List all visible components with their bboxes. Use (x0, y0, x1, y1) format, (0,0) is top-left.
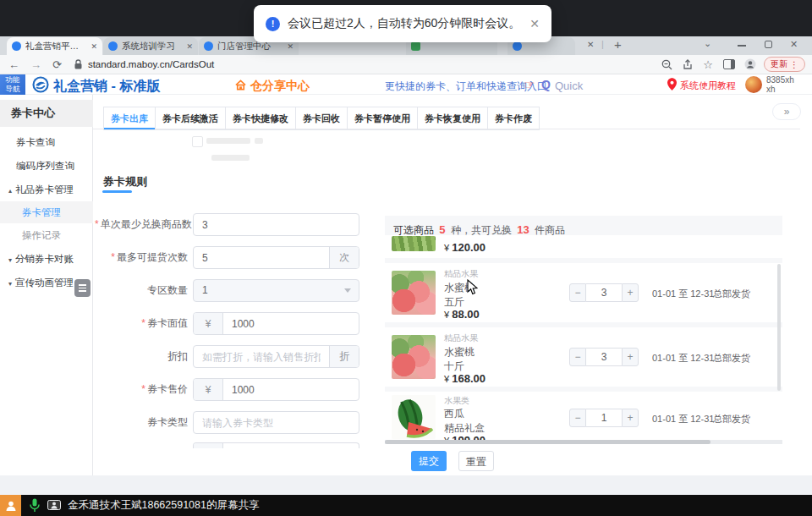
sidebar-item-card-management-label[interactable]: 券卡管理 (22, 206, 61, 219)
quantity-input[interactable] (586, 409, 622, 426)
stepper-plus-button[interactable]: + (622, 409, 639, 427)
tutorial-link[interactable]: 系统使用教程 (680, 80, 736, 92)
label-text: 券卡面值 (147, 317, 188, 329)
profile-icon[interactable] (744, 58, 756, 70)
panel-horizontal-scrollbar[interactable] (385, 440, 710, 444)
product-card-partial[interactable]: ¥ 120.00 (385, 235, 782, 258)
stepper-value[interactable] (586, 348, 622, 366)
stepper-minus-button[interactable]: − (569, 283, 586, 302)
product-name: 西瓜 (444, 407, 464, 421)
toast-close-icon[interactable]: ✕ (529, 17, 540, 30)
stepper-minus-button[interactable]: − (569, 409, 586, 427)
function-nav-toggle[interactable]: 功能 导航 (0, 74, 25, 95)
tab-card-recycle[interactable]: 券卡回收 (295, 107, 347, 129)
card-type-input[interactable] (194, 412, 359, 433)
stepper-plus-button[interactable]: + (622, 348, 639, 366)
browser-update-button[interactable]: 更新 ⋮ (764, 57, 805, 72)
product-image (392, 395, 436, 439)
kebab-icon[interactable]: ⋮ (790, 60, 798, 69)
share-icon[interactable] (683, 59, 693, 70)
share-center-link[interactable]: 仓分享中心 (250, 79, 310, 94)
sidebar-item-card-query[interactable]: 券卡查询 (16, 136, 55, 149)
tab-quick-modify[interactable]: 券卡快捷修改 (225, 107, 295, 129)
participant-icon[interactable] (0, 495, 21, 516)
quantity-input[interactable] (586, 284, 622, 301)
panel-vertical-scrollbar[interactable] (777, 264, 781, 391)
sidebar-group-label: 宣传动画管理 (15, 277, 74, 288)
stepper-value[interactable] (586, 283, 622, 302)
screenshare-icon[interactable] (47, 500, 61, 511)
minimize-icon[interactable] (738, 45, 746, 47)
face-value-input[interactable] (223, 313, 359, 334)
quick-label[interactable]: Quick (555, 80, 583, 92)
browser-tab-2[interactable]: 系统培训学习 ✕ (103, 37, 198, 55)
tab-cards-out[interactable]: 券卡出库 (103, 107, 155, 129)
checkbox-icon[interactable] (192, 136, 203, 147)
browser-tab-1[interactable]: 礼盒营销平台管理中心 ✕ (7, 37, 102, 55)
input-face-value[interactable]: ¥ (193, 312, 359, 335)
stepper-plus-button[interactable]: + (622, 283, 639, 302)
sidebar-group-distribution-reconcile[interactable]: ▾分销券卡对账 (8, 253, 74, 266)
sale-price-input[interactable] (223, 379, 359, 400)
sidebar-group-gift-card-mgmt[interactable]: ▴礼品券卡管理 (8, 184, 74, 196)
quick-search-icon[interactable]: Q (541, 78, 551, 91)
summary-label: 可选商品 (393, 224, 434, 236)
collapse-panel-button[interactable]: » (772, 103, 801, 120)
microphone-icon[interactable] (29, 498, 41, 513)
input-card-type[interactable] (193, 411, 359, 434)
max-pickups-input[interactable] (194, 247, 329, 268)
input-sale-price[interactable]: ¥ (193, 378, 359, 401)
discount-input[interactable] (194, 346, 329, 367)
submit-button[interactable]: 提交 (411, 451, 447, 471)
zoom-icon[interactable] (661, 59, 672, 70)
ghost-text (206, 138, 250, 144)
product-delivery: 总部发货 (713, 288, 750, 300)
product-price: ¥ 120.00 (444, 241, 486, 254)
tab-card-resume[interactable]: 券卡恢复使用 (417, 107, 487, 129)
product-card[interactable]: 精品水果 水蜜桃 五斤 ¥ 88.00 − + 01-01 至 12-31 总部… (385, 263, 782, 322)
user-name: 8385xh xh (766, 75, 794, 94)
product-price: ¥ 168.00 (444, 372, 486, 385)
input-discount[interactable]: 折 (193, 345, 359, 368)
quantity-input[interactable] (586, 349, 622, 365)
tab-close-icon[interactable]: ✕ (287, 42, 294, 51)
caret-up-icon: ▴ (8, 187, 12, 195)
min-exchange-input[interactable] (194, 214, 359, 235)
tab-followup-activate[interactable]: 券卡后续激活 (155, 107, 225, 129)
new-tab-icon[interactable]: + (614, 37, 622, 52)
product-card[interactable]: 精品水果 水蜜桃 十斤 ¥ 168.00 − + 01-01 至 12-31 总… (385, 327, 782, 387)
input-min-exchange[interactable] (193, 213, 359, 236)
url-text[interactable]: standard.maboy.cn/CardsOut (88, 59, 661, 69)
app-logo (32, 76, 49, 93)
info-icon: ! (266, 17, 280, 31)
stepper-value[interactable] (586, 409, 622, 427)
product-category: 精品水果 (444, 332, 478, 344)
ghost-text (255, 138, 263, 144)
input-max-pickups[interactable]: 次 (193, 246, 359, 269)
forward-icon[interactable]: → (30, 58, 41, 71)
reset-button[interactable]: 重置 (458, 451, 494, 471)
sidebar-item-code-sequence-query[interactable]: 编码序列查询 (16, 160, 74, 173)
sidebar-group-promo-animation[interactable]: ▾宣传动画管理 (8, 277, 74, 289)
tab-divider: | (601, 39, 604, 49)
tab-close-icon[interactable]: ✕ (91, 42, 97, 51)
select-zone-count[interactable]: 1 (193, 279, 359, 302)
window-close-icon[interactable]: ✕ (790, 39, 798, 50)
tab-card-pause[interactable]: 券卡暂停使用 (347, 107, 417, 129)
sidebar-item-operation-log[interactable]: 操作记录 (22, 229, 61, 242)
caret-down-icon: ▾ (8, 256, 12, 264)
tab-search-icon[interactable]: ⌄ (704, 38, 711, 49)
tab-card-void[interactable]: 券卡作废 (487, 107, 540, 129)
reload-icon[interactable]: ⟳ (52, 58, 62, 71)
side-panel-icon[interactable] (723, 59, 735, 69)
stepper-minus-button[interactable]: − (569, 348, 586, 366)
bookmark-star-icon[interactable]: ☆ (703, 58, 713, 71)
user-avatar[interactable] (745, 76, 762, 93)
tab-close-icon[interactable]: ✕ (587, 40, 594, 49)
back-icon[interactable]: ← (8, 58, 19, 71)
product-card[interactable]: 水果类 西瓜 精品礼盒 ¥ 199.00 − + 01-01 至 12-31 总… (385, 392, 782, 440)
currency-prefix (194, 443, 223, 448)
maximize-icon[interactable] (765, 41, 772, 48)
tab-close-icon[interactable]: ✕ (186, 42, 193, 51)
sidebar-collapse-handle[interactable] (74, 279, 91, 297)
